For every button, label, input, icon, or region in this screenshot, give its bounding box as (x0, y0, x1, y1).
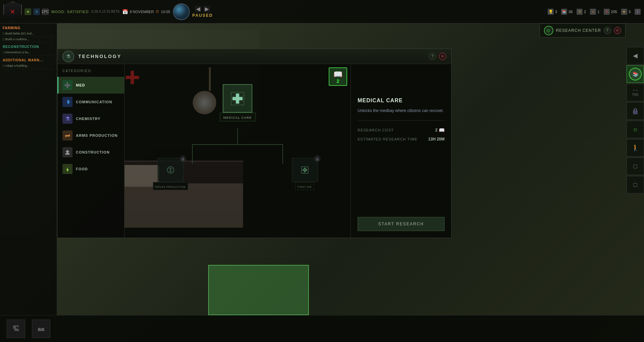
first-aid-icon (300, 165, 310, 175)
first-aid-lock-icon (314, 156, 320, 162)
cat-comm-label: COMMUNICATION (76, 100, 112, 104)
category-chemistry[interactable]: ⚗ CHEMISTRY (57, 110, 124, 127)
info-title: MEDICAL CARE (358, 98, 445, 104)
research-center-label: RESEARCH CENTER (556, 28, 601, 33)
info-description: Unlocks the medbay where citizens can re… (358, 108, 445, 114)
svg-rect-4 (65, 136, 66, 137)
tech-close-btn[interactable]: × (439, 53, 446, 60)
weapons-icon: ⚔ (590, 9, 596, 15)
globe-icon (173, 3, 190, 20)
workers-resource: 👷 3 (548, 9, 557, 15)
farming-task-2: □ Build a cookhou... (3, 37, 54, 43)
info-divider-1 (358, 120, 445, 121)
extra-icon: 1 (635, 9, 641, 15)
medical-cross-icon (231, 92, 244, 105)
drugs-production-node[interactable]: DRUGS PRODUCTION (153, 158, 188, 190)
category-communication[interactable]: COMMUNICATION (57, 94, 124, 110)
categories-label: CATEGORIES: (57, 69, 124, 77)
right-btn-locked[interactable] (627, 102, 644, 120)
category-arms[interactable]: ARMS PRODUCTION (57, 127, 124, 144)
chem-icon: ⚗ (62, 114, 73, 124)
faction-shield: ✕ (3, 2, 22, 22)
research-time-value: 13H 20M (428, 137, 445, 141)
svg-rect-16 (182, 159, 184, 161)
research-points-display: 📚 (627, 65, 644, 83)
farming-title: FARMING (3, 26, 54, 30)
research-center-header: ⊙ RESEARCH CENTER ? × (540, 23, 626, 38)
additional-title: ADDITIONAL WARN... (3, 58, 54, 62)
reconstruction-title: RECONSTRUCTION (3, 45, 54, 49)
category-med[interactable]: ➕ MED (57, 77, 124, 94)
tech-title-bar: ⚗ TECHNOLOGY ? × (57, 49, 451, 64)
morale-resource: ★ 3 (621, 9, 631, 15)
bottom-unit-1[interactable]: 🏗 (7, 320, 25, 338)
cat-chem-label: CHEMISTRY (76, 117, 100, 121)
hud-star-icon: ★ (25, 8, 31, 15)
svg-rect-0 (633, 111, 637, 114)
right-btn-bottom[interactable]: □ (627, 176, 644, 193)
svg-rect-15 (233, 97, 243, 100)
category-food[interactable]: FOOD (57, 161, 124, 177)
research-resource: 📚 36 (561, 9, 572, 15)
right-btn-circle-green[interactable]: ○ (627, 121, 644, 138)
research-close-btn[interactable]: × (614, 27, 621, 34)
research-cost-row: RESEARCH COST 2 📖 (358, 127, 445, 133)
ammo-resource: ⚙ 2 (577, 9, 586, 15)
nav-right-icon[interactable]: ▶ (203, 6, 210, 12)
tech-logo-icon: ⚗ (62, 51, 74, 62)
hud-worker-icon: 4 (33, 8, 40, 15)
medical-care-node[interactable]: MEDICAL CARE (220, 84, 256, 121)
cost-book-icon: 📖 (439, 127, 445, 133)
comm-icon (62, 97, 73, 107)
food-icon (62, 164, 73, 174)
reconstruction-task-1: □ Deconstruct a bu... (3, 50, 54, 56)
drugs-lock-icon (180, 156, 186, 162)
svg-point-1 (67, 102, 68, 103)
morale-icon: ★ (621, 9, 627, 15)
top-hud: ✕ ★ 4 1PC MOOD: SATISFIED 0.26.4.13 16 B… (0, 0, 644, 23)
cat-arms-label: ARMS PRODUCTION (76, 133, 118, 137)
kills-resource: ✗ 205 (604, 9, 617, 15)
svg-rect-19 (316, 159, 319, 161)
ammo-icon: ⚙ (577, 9, 583, 15)
med-icon: ➕ (62, 80, 73, 90)
mood-status: MOOD: SATISFIED (51, 10, 89, 14)
research-help-btn[interactable]: ? (604, 27, 611, 34)
tech-body: CATEGORIES: ➕ MED COMMUNICATION ⚗ (57, 64, 451, 238)
research-cost-value: 2 📖 (435, 127, 445, 133)
book-icon: 📖 (333, 70, 342, 79)
date-display: 📅 8 NOVEMBER ⏱ 10:05 (122, 9, 170, 14)
research-time-row: ESTIMATED RESEARCH TIME 13H 20M (358, 137, 445, 141)
right-btn-person[interactable]: 🚶 (627, 139, 644, 157)
svg-rect-3 (69, 134, 70, 135)
bottom-unit-2[interactable]: 🏘 (32, 320, 50, 338)
right-btn-1[interactable]: ◀ (627, 47, 644, 64)
kills-icon: ✗ (604, 9, 610, 15)
version-text: 0.26.4.13 16 BETA (91, 10, 120, 13)
svg-marker-7 (65, 150, 70, 152)
hud-clock-icon: 1PC (42, 8, 49, 15)
tech-window-controls: ? × (429, 53, 446, 60)
cat-med-label: MED (76, 83, 85, 87)
farming-section: FARMING □ Build fields (0/1 buil... □ Bu… (3, 26, 54, 42)
additional-section: ADDITIONAL WARN... □ Adapt a building... (3, 58, 54, 69)
first-aid-node[interactable]: FIRST AID (292, 158, 318, 190)
research-points-circle: 📚 (629, 68, 642, 80)
right-btn-resources[interactable]: + + TNK (627, 84, 644, 101)
farming-task-1: □ Build fields (0/1 buil... (3, 31, 54, 37)
medical-care-label: MEDICAL CARE (220, 113, 256, 121)
categories-panel: CATEGORIES: ➕ MED COMMUNICATION ⚗ (57, 64, 125, 238)
weapons-resource: ⚔ 1 (590, 9, 599, 15)
workers-icon: 👷 (548, 9, 554, 15)
resources-bar: 👷 3 📚 36 ⚙ 2 ⚔ 1 ✗ 205 ★ 3 1 (548, 9, 641, 15)
research-center-icon: ⊙ (544, 26, 553, 35)
info-panel: MEDICAL CARE Unlocks the medbay where ci… (351, 64, 451, 238)
start-research-button[interactable]: START RESEARCH (358, 217, 445, 231)
tech-help-btn[interactable]: ? (429, 53, 436, 60)
technology-window: ⚗ TECHNOLOGY ? × CATEGORIES: ➕ MED (57, 49, 452, 238)
category-construction[interactable]: CONSTRUCTION (57, 144, 124, 161)
nav-left-icon[interactable]: ◀ (195, 6, 201, 12)
right-btn-extra[interactable]: □ (627, 158, 644, 175)
book-count: 2 (337, 79, 339, 83)
book-points-badge: 📖 2 (329, 67, 347, 86)
